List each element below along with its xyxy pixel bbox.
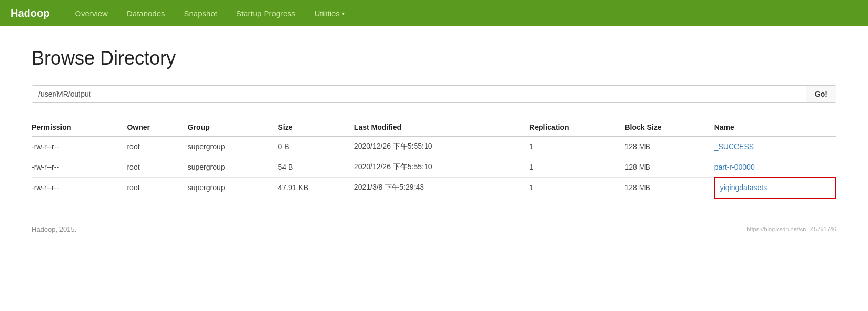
col-block-size: Block Size: [625, 119, 714, 136]
page-title: Browse Directory: [32, 47, 836, 69]
col-replication: Replication: [529, 119, 624, 136]
path-row: Go!: [32, 85, 836, 103]
nav-link-datanodes[interactable]: Datanodes: [117, 2, 175, 25]
path-input[interactable]: [32, 86, 806, 102]
cell-size: 54 B: [278, 157, 354, 178]
cell-replication: 1: [529, 157, 624, 178]
col-permission: Permission: [32, 119, 127, 136]
nav-link-snapshot[interactable]: Snapshot: [175, 2, 227, 25]
cell-group: supergroup: [188, 136, 278, 157]
cell-replication: 1: [529, 136, 624, 157]
nav-item-startup-progress: Startup Progress: [227, 2, 305, 25]
cell-size: 47.91 KB: [278, 178, 354, 198]
table-row: -rw-r--r--rootsupergroup54 B2020/12/26 下…: [32, 157, 836, 178]
col-name: Name: [714, 119, 836, 136]
name-link[interactable]: yiqingdatasets: [720, 183, 768, 192]
col-group: Group: [188, 119, 278, 136]
cell-name[interactable]: _SUCCESS: [714, 136, 836, 157]
cell-block-size: 128 MB: [625, 157, 714, 178]
table-header-row: Permission Owner Group Size Last Modifie…: [32, 119, 836, 136]
cell-name[interactable]: part-r-00000: [714, 157, 836, 178]
cell-replication: 1: [529, 178, 624, 198]
directory-table: Permission Owner Group Size Last Modifie…: [32, 119, 836, 199]
name-link[interactable]: _SUCCESS: [714, 142, 754, 151]
nav-link-utilities-label: Utilities: [314, 9, 339, 18]
col-owner: Owner: [127, 119, 187, 136]
table-body: -rw-r--r--rootsupergroup0 B2020/12/26 下午…: [32, 136, 836, 198]
col-size: Size: [278, 119, 354, 136]
cell-permission: -rw-r--r--: [32, 136, 127, 157]
cell-group: supergroup: [188, 178, 278, 198]
cell-owner: root: [127, 136, 187, 157]
cell-block-size: 128 MB: [625, 178, 714, 198]
cell-name[interactable]: yiqingdatasets: [714, 178, 836, 198]
nav-item-snapshot: Snapshot: [175, 2, 227, 25]
name-link[interactable]: part-r-00000: [714, 163, 755, 171]
cell-size: 0 B: [278, 136, 354, 157]
nav-item-overview: Overview: [65, 2, 117, 25]
navbar: Hadoop Overview Datanodes Snapshot Start…: [0, 0, 868, 26]
cell-last-modified: 2021/3/8 下午5:29:43: [354, 178, 529, 198]
nav-item-utilities: Utilities ▾: [305, 2, 354, 25]
navbar-links: Overview Datanodes Snapshot Startup Prog…: [65, 2, 354, 25]
cell-last-modified: 2020/12/26 下午5:55:10: [354, 136, 529, 157]
col-last-modified: Last Modified: [354, 119, 529, 136]
go-button[interactable]: Go!: [806, 86, 836, 102]
cell-group: supergroup: [188, 157, 278, 178]
cell-last-modified: 2020/12/26 下午5:55:10: [354, 157, 529, 178]
footer: Hadoop, 2015. https://blog.csdn.net/cn_i…: [32, 220, 836, 233]
cell-permission: -rw-r--r--: [32, 178, 127, 198]
footer-copyright: Hadoop, 2015.: [32, 225, 76, 233]
cell-owner: root: [127, 157, 187, 178]
nav-item-datanodes: Datanodes: [117, 2, 175, 25]
nav-link-startup-progress[interactable]: Startup Progress: [227, 2, 305, 25]
nav-link-utilities[interactable]: Utilities ▾: [305, 2, 354, 25]
table-row: -rw-r--r--rootsupergroup47.91 KB2021/3/8…: [32, 178, 836, 198]
footer-url: https://blog.csdn.net/cn_i45791746: [746, 226, 836, 232]
cell-permission: -rw-r--r--: [32, 157, 127, 178]
nav-link-overview[interactable]: Overview: [65, 2, 117, 25]
table-header: Permission Owner Group Size Last Modifie…: [32, 119, 836, 136]
main-content: Browse Directory Go! Permission Owner Gr…: [0, 26, 868, 249]
cell-owner: root: [127, 178, 187, 198]
navbar-brand[interactable]: Hadoop: [11, 7, 49, 19]
chevron-down-icon: ▾: [342, 11, 345, 16]
cell-block-size: 128 MB: [625, 136, 714, 157]
table-row: -rw-r--r--rootsupergroup0 B2020/12/26 下午…: [32, 136, 836, 157]
